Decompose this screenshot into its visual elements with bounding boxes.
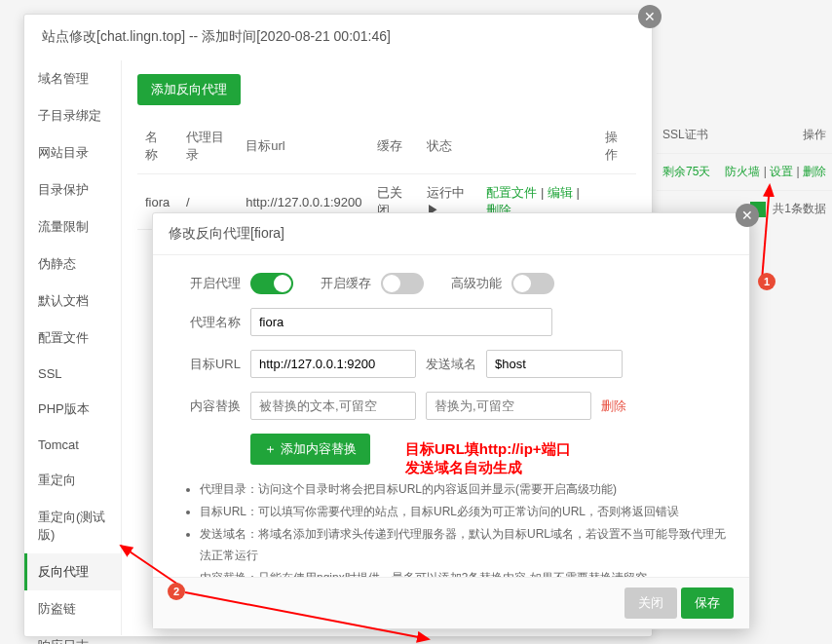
toggle-label-cache: 开启缓存 <box>321 275 371 292</box>
replace-dst-input[interactable] <box>426 392 591 420</box>
label-target-url: 目标URL <box>176 356 241 373</box>
hint-item: 目标URL：可以填写你需要代理的站点，目标URL必须为可正常访问的URL，否则将… <box>200 501 726 523</box>
hints-list: 代理目录：访问这个目录时将会把目标URL的内容返回并显示(需要开启高级功能)目标… <box>176 478 726 577</box>
close-icon[interactable]: ✕ <box>638 5 662 28</box>
sidebar-item-流量限制[interactable]: 流量限制 <box>24 208 121 246</box>
close-button[interactable]: 关闭 <box>624 587 677 619</box>
advanced-toggle[interactable] <box>511 273 554 294</box>
replace-delete-link[interactable]: 删除 <box>601 398 626 415</box>
sidebar-item-重定向[interactable]: 重定向 <box>24 462 121 499</box>
hint-item: 代理目录：访问这个目录时将会把目标URL的内容返回并显示(需要开启高级功能) <box>200 478 726 501</box>
outer-modal-title: 站点修改[chat.lingn.top] -- 添加时间[2020-08-21 … <box>24 15 652 60</box>
replace-src-input[interactable] <box>250 392 416 420</box>
sidebar-item-PHP版本[interactable]: PHP版本 <box>24 391 121 428</box>
table-header: 状态 <box>419 119 478 174</box>
badge-2: 2 <box>168 583 185 600</box>
hint-item: 内容截换：只能在使用nginx时提供，最多可以添加3条替换内容,如果不需要替换请… <box>200 567 726 577</box>
table-header: 名称 <box>137 119 178 174</box>
sidebar-item-默认文档[interactable]: 默认文档 <box>24 283 121 320</box>
add-proxy-button[interactable]: 添加反向代理 <box>137 74 241 105</box>
hint-item: 发送域名：将域名添加到请求头传递到代理服务器，默认为目标URL域名，若设置不当可… <box>200 523 726 568</box>
bg-delete-link[interactable]: 删除 <box>803 165 826 178</box>
label-send-domain: 发送域名 <box>426 356 476 373</box>
ops-header: 操作 <box>803 127 826 143</box>
ssl-remaining: 剩余75天 <box>662 164 710 180</box>
edit-proxy-modal: ✕ 修改反向代理[fiora] 开启代理 开启缓存 高级功能 代理名称 目标UR… <box>152 212 750 629</box>
toggle-label-enable: 开启代理 <box>176 275 241 292</box>
sidebar-item-响应日志[interactable]: 响应日志 <box>24 627 121 644</box>
enable-cache-toggle[interactable] <box>381 273 424 294</box>
sidebar: 域名管理子目录绑定网站目录目录保护流量限制伪静态默认文档配置文件SSLPHP版本… <box>24 60 122 635</box>
inner-modal-title: 修改反向代理[fiora] <box>153 213 749 255</box>
table-header: 代理目录 <box>178 119 238 174</box>
edit-link[interactable]: 编辑 <box>548 185 573 200</box>
target-url-input[interactable] <box>250 350 416 378</box>
toggle-label-advanced: 高级功能 <box>451 275 502 292</box>
firewall-link[interactable]: 防火墙 <box>725 165 760 178</box>
close-icon[interactable]: ✕ <box>736 204 759 227</box>
badge-1: 1 <box>758 273 775 290</box>
ssl-header: SSL证书 <box>662 127 708 143</box>
table-header: 目标url <box>238 119 369 174</box>
enable-proxy-toggle[interactable] <box>250 273 293 294</box>
sidebar-item-伪静态[interactable]: 伪静态 <box>24 246 121 283</box>
config-link[interactable]: 配置文件 <box>486 185 537 200</box>
save-button[interactable]: 保存 <box>681 587 734 619</box>
sidebar-item-子目录绑定[interactable]: 子目录绑定 <box>24 97 121 134</box>
sidebar-item-SSL[interactable]: SSL <box>24 357 121 391</box>
summary-text: 共1条数据 <box>773 202 826 215</box>
sidebar-item-网站目录[interactable]: 网站目录 <box>24 134 121 171</box>
sidebar-item-域名管理[interactable]: 域名管理 <box>24 60 121 97</box>
sidebar-item-配置文件[interactable]: 配置文件 <box>24 320 121 357</box>
proxy-name-input[interactable] <box>250 308 552 336</box>
label-proxy-name: 代理名称 <box>176 314 241 331</box>
label-content-replace: 内容替换 <box>176 398 241 415</box>
send-domain-input[interactable] <box>486 350 623 378</box>
sidebar-item-目录保护[interactable]: 目录保护 <box>24 171 121 208</box>
sidebar-item-反向代理[interactable]: 反向代理 <box>24 553 121 590</box>
sidebar-item-防盗链[interactable]: 防盗链 <box>24 590 121 627</box>
table-header <box>478 119 597 174</box>
sidebar-item-Tomcat[interactable]: Tomcat <box>24 428 121 462</box>
sidebar-item-重定向(测试版)[interactable]: 重定向(测试版) <box>24 499 121 553</box>
table-header: 缓存 <box>369 119 419 174</box>
table-header: 操作 <box>597 119 636 174</box>
add-replace-button[interactable]: ＋ 添加内容替换 <box>250 434 370 465</box>
settings-link[interactable]: 设置 <box>770 165 793 178</box>
